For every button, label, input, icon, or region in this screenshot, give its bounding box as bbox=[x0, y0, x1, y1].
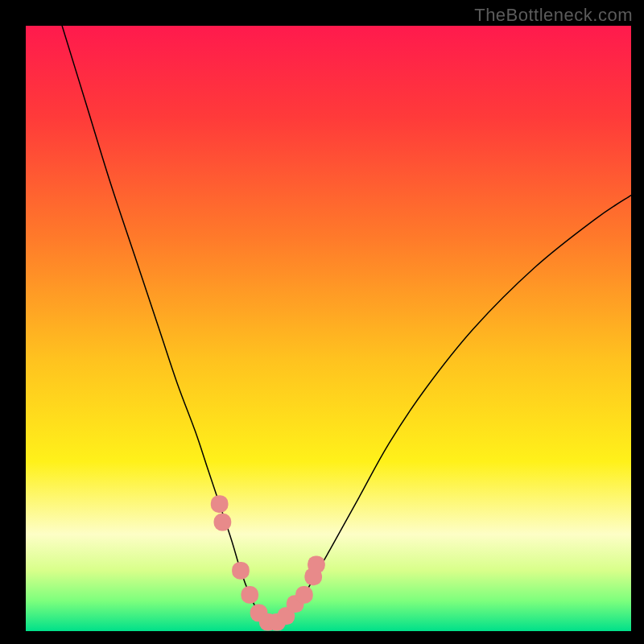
threshold-marker bbox=[295, 586, 313, 604]
watermark-text: TheBottleneck.com bbox=[474, 5, 633, 26]
threshold-marker bbox=[241, 586, 258, 604]
chart-svg bbox=[26, 26, 631, 631]
threshold-marker bbox=[232, 562, 250, 580]
threshold-marker bbox=[211, 495, 229, 513]
threshold-marker bbox=[308, 555, 325, 573]
chart-background bbox=[26, 26, 631, 631]
plot-area bbox=[26, 26, 631, 631]
chart-frame: TheBottleneck.com bbox=[0, 0, 644, 644]
threshold-marker bbox=[214, 514, 232, 531]
